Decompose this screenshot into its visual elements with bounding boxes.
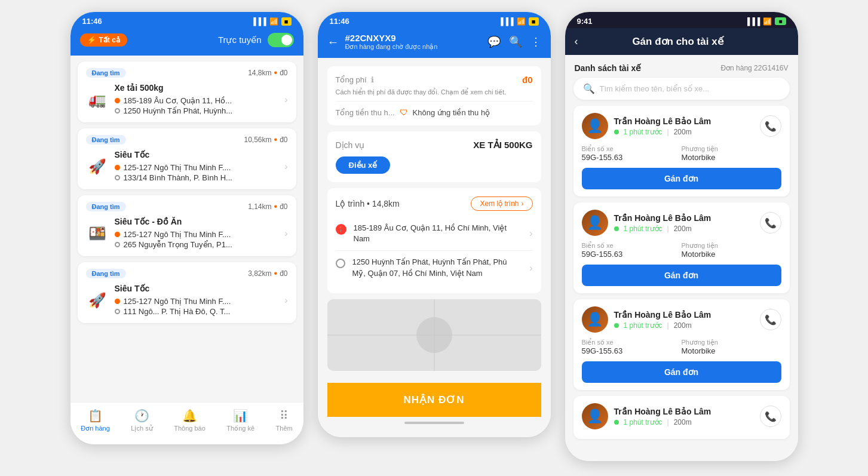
driver-avatar-1: 👤: [582, 210, 608, 236]
distance-0: 200m: [674, 128, 692, 136]
status-icons-2: ▐▐▐ 📶 ■: [498, 17, 538, 26]
phuong-tien-block-2: Phương tiện Motorbike: [682, 339, 781, 355]
gan-don-button-2[interactable]: Gán đơn: [582, 361, 781, 383]
order-card-1[interactable]: Đang tìm 10,56km • đ0 🚀 Siêu Tốc 125-127…: [78, 128, 296, 189]
gan-don-button-0[interactable]: Gán đơn: [582, 168, 781, 189]
driver-details-1: Biển số xe 59G-155.63 Phương tiện Motorb…: [582, 242, 781, 259]
order-card-2[interactable]: Đang tìm 1,14km • đ0 🍱 Siêu Tốc - Đồ Ăn …: [78, 195, 296, 256]
call-button-1[interactable]: 📞: [760, 212, 781, 234]
address-to-row[interactable]: 1250 Huỳnh Tấn Phát, Huỳnh Tấn Phát, Phú…: [336, 251, 533, 284]
search-icon[interactable]: 🔍: [509, 35, 522, 48]
app-header-1: ⚡ Tất cả Trực tuyến: [70, 28, 303, 56]
wifi-icon-3: 📶: [763, 17, 772, 26]
service-row: Dịch vụ XE TẢI 500KG: [336, 140, 533, 151]
more-icon[interactable]: ⋮: [530, 35, 541, 48]
nav-label-them: Thêm: [276, 425, 293, 432]
driver-search-box[interactable]: 🔍 Tìm kiếm theo tên, biển số xe...: [573, 78, 790, 100]
chevron-icon-1: ›: [284, 161, 287, 172]
chevron-icon-3: ›: [284, 295, 287, 306]
time-3: 9:41: [577, 17, 593, 26]
s2-app-header: ← #22CNXYX9 Đơn hàng đang chờ được nhận …: [318, 28, 551, 58]
online-dot-2: [614, 323, 619, 328]
nav-them[interactable]: ⠿ Thêm: [276, 409, 293, 432]
screen1-phone: 11:46 ▐▐▐ 📶 ■ ⚡ Tất cả Trực tuyến Đang t…: [70, 12, 303, 444]
driver-card-top-3: 👤 Trần Hoàng Lê Bảo Lâm 1 phút trước | 2…: [582, 403, 781, 429]
nav-icon-them: ⠿: [280, 409, 289, 423]
driver-info-3: Trần Hoàng Lê Bảo Lâm 1 phút trước | 200…: [614, 407, 754, 426]
s2-order-id: #22CNXYX9: [345, 33, 438, 43]
info-icon: ℹ: [371, 75, 374, 84]
to-dot-3: [115, 309, 120, 314]
call-button-0[interactable]: 📞: [760, 115, 781, 137]
driver-avatar-2: 👤: [582, 306, 608, 333]
filter-button[interactable]: ⚡ Tất cả: [80, 33, 127, 47]
s2-order-status: Đơn hàng đang chờ được nhận: [345, 43, 438, 51]
order-card-3[interactable]: Đang tìm 3,82km • đ0 🚀 Siêu Tốc 125-127 …: [78, 262, 296, 323]
driver-card-0: 👤 Trần Hoàng Lê Bảo Lâm 1 phút trước | 2…: [573, 106, 790, 196]
status-time-2: 1 phút trước: [624, 321, 662, 330]
s2-header-left: ← #22CNXYX9 Đơn hàng đang chờ được nhận: [327, 33, 438, 51]
xem-lo-trinh-button[interactable]: Xem lộ trình ›: [471, 196, 532, 211]
from-dot-2: [115, 232, 120, 237]
driver-status-0: 1 phút trước | 200m: [614, 128, 754, 136]
time-1: 11:46: [82, 17, 102, 26]
from-line-2: 125-127 Ngô Thị Thu Minh F....: [115, 230, 279, 239]
back-button-2[interactable]: ←: [327, 35, 339, 49]
order-number-label: Đơn hàng 22G1416V: [720, 64, 788, 72]
from-dot-1: [115, 165, 120, 170]
driver-info-2: Trần Hoàng Lê Bảo Lâm 1 phút trước | 200…: [614, 310, 754, 330]
gan-don-button-1[interactable]: Gán đơn: [582, 265, 781, 286]
distance-1: 200m: [674, 225, 692, 233]
distance-3: 200m: [674, 418, 692, 426]
dieu-xe-button[interactable]: Điều xế: [336, 156, 391, 174]
driver-name-2: Trần Hoàng Lê Bảo Lâm: [614, 310, 754, 320]
driver-info-0: Trần Hoàng Lê Bảo Lâm 1 phút trước | 200…: [614, 116, 754, 136]
shield-icon: 🛡: [400, 108, 408, 117]
battery-icon-2: ■: [529, 17, 539, 26]
nav-label-thong-ke: Thống kê: [226, 425, 254, 432]
nav-label-don-hang: Đơn hàng: [81, 425, 110, 432]
bien-so-block-1: Biển số xe 59G-155.63: [582, 242, 682, 259]
dich-vu-section: Dịch vụ XE TẢI 500KG Điều xế: [327, 131, 541, 182]
phuong-tien-block-1: Phương tiện Motorbike: [682, 242, 781, 259]
nav-lich-su[interactable]: 🕐 Lịch sử: [131, 409, 152, 432]
distance-2: 200m: [674, 321, 692, 330]
order-icon-3: 🚀: [86, 289, 109, 312]
status-bar-3: 9:41 ▐▐▐ 📶 ■: [565, 12, 798, 28]
bien-so-value-0: 59G-155.63: [582, 153, 682, 162]
status-time-3: 1 phút trước: [624, 418, 662, 426]
bien-so-value-2: 59G-155.63: [582, 346, 682, 355]
signal-icon-3: ▐▐▐: [745, 17, 760, 26]
nav-thong-ke[interactable]: 📊 Thống kê: [226, 409, 254, 432]
bottom-nav: 📋 Đơn hàng 🕐 Lịch sử 🔔 Thông báo 📊 Thống…: [70, 402, 303, 444]
nav-thong-bao[interactable]: 🔔 Thông báo: [174, 409, 206, 432]
chat-icon[interactable]: 💬: [487, 35, 501, 48]
call-button-3[interactable]: 📞: [760, 406, 781, 427]
from-line-1: 125-127 Ngô Thị Thu Minh F....: [115, 163, 279, 172]
order-card-0[interactable]: Đang tìm 14,8km • đ0 🚛 Xe tải 500kg 185-…: [78, 62, 296, 122]
status-bar-2: 11:46 ▐▐▐ 📶 ■: [318, 12, 551, 28]
phuong-tien-value-0: Motorbike: [682, 153, 781, 162]
from-line-0: 185-189 Âu Cơ, Quận 11, Hồ...: [115, 96, 279, 105]
chevron-icon-2: ›: [284, 228, 287, 239]
nav-icon-thong-bao: 🔔: [182, 409, 197, 423]
driver-details-0: Biển số xe 59G-155.63 Phương tiện Motorb…: [582, 145, 781, 162]
order-title-3: Siêu Tốc: [115, 284, 279, 293]
search-placeholder: Tìm kiếm theo tên, biển số xe...: [600, 84, 710, 93]
nav-don-hang[interactable]: 📋 Đơn hàng: [81, 409, 110, 432]
nhan-don-button[interactable]: NHẬN ĐƠN: [327, 383, 541, 417]
address-from: 185-189 Âu Cơ, Quận 11, Hồ Chí Minh, Việ…: [354, 223, 523, 244]
lo-trinh-label: Lộ trình • 14,8km: [336, 199, 400, 208]
back-button-3[interactable]: ‹: [575, 35, 578, 48]
order-card-body-3: 🚀 Siêu Tốc 125-127 Ngô Thị Thu Minh F...…: [86, 284, 288, 317]
order-meta-0: 14,8km • đ0: [248, 67, 287, 78]
order-card-body-2: 🍱 Siêu Tốc - Đồ Ăn 125-127 Ngô Thị Thu M…: [86, 217, 288, 250]
online-toggle[interactable]: [268, 33, 294, 47]
order-icon-2: 🍱: [86, 222, 109, 245]
order-title-0: Xe tải 500kg: [115, 83, 279, 93]
bien-so-block-2: Biển số xe 59G-155.63: [582, 339, 682, 355]
address-from-row[interactable]: 📍 185-189 Âu Cơ, Quận 11, Hồ Chí Minh, V…: [336, 217, 533, 251]
status-time-0: 1 phút trước: [624, 128, 662, 136]
to-dot-0: [115, 108, 120, 113]
call-button-2[interactable]: 📞: [760, 309, 781, 330]
